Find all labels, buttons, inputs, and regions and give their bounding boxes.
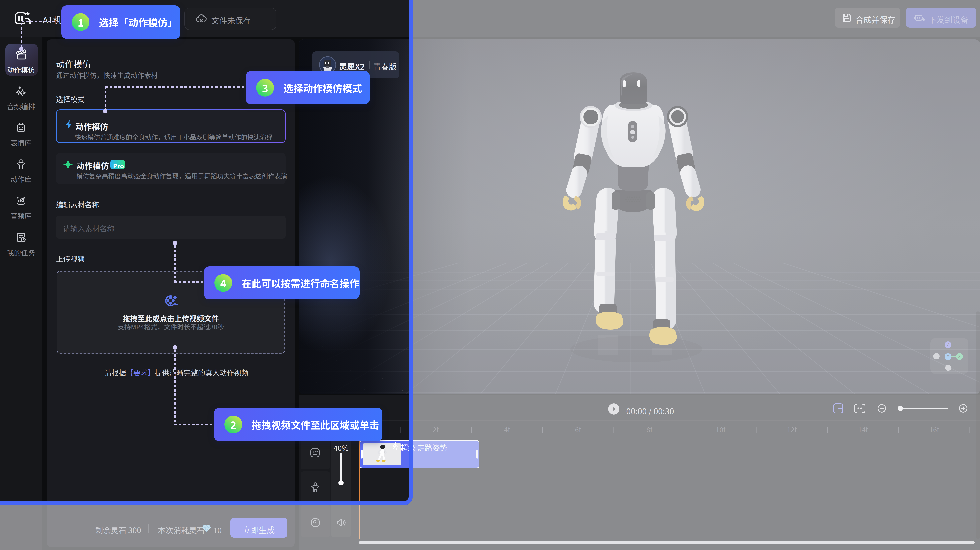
svg-text:10f: 10f — [716, 425, 726, 434]
svg-text:16f: 16f — [929, 425, 940, 434]
svg-text:14f: 14f — [858, 425, 868, 434]
svg-text:Y: Y — [947, 353, 950, 360]
svg-text:8f: 8f — [646, 425, 653, 434]
svg-text:12f: 12f — [787, 425, 797, 434]
svg-text:6f: 6f — [575, 425, 581, 434]
svg-text:2f: 2f — [433, 425, 439, 434]
svg-text:4f: 4f — [504, 425, 511, 434]
svg-text:X: X — [958, 353, 961, 360]
svg-text:Z: Z — [947, 341, 950, 348]
